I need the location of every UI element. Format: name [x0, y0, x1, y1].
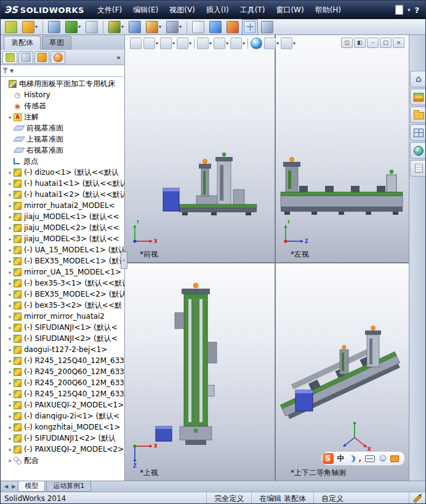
fm-tab-displaymanager[interactable] [50, 51, 65, 64]
bill-of-materials-button[interactable] [190, 19, 206, 35]
expand-arrow-icon[interactable]: ▸ [7, 192, 14, 198]
tab-scroll-left-icon[interactable]: ◀ [3, 484, 9, 489]
show-hidden-components-button[interactable] [127, 19, 143, 35]
task-pane-tab-view-palette[interactable] [410, 124, 426, 141]
menu-file[interactable]: 文件(F) [92, 1, 127, 19]
assembly-features-button[interactable]: ▾ [144, 19, 163, 35]
tab-sketch[interactable]: 草图 [42, 36, 71, 50]
expand-arrow-icon[interactable]: ▸ [7, 181, 14, 186]
ime-toolbar[interactable]: S 中 , ☺ [321, 451, 405, 466]
mate-button[interactable] [46, 19, 62, 35]
expand-arrow-icon[interactable]: ▸ [7, 402, 14, 408]
tree-item[interactable]: ▸(-) SIFUDIANJI<2> (默认< [1, 333, 124, 344]
tab-scroll-right-icon[interactable]: ▶ [10, 484, 17, 489]
tree-item[interactable]: ▸(-) BEX35_MODEL<2> (默认< [1, 289, 124, 300]
menu-insert[interactable]: 插入(I) [201, 1, 235, 19]
menu-window[interactable]: 窗口(W) [270, 1, 309, 19]
expand-arrow-icon[interactable]: ▸ [7, 458, 14, 463]
tree-item[interactable]: ▸jiaju_MODEL<2> (默认<< [1, 222, 124, 233]
viewport-split-icon[interactable]: ◫ [341, 38, 353, 48]
emoticon-icon[interactable]: ☺ [379, 455, 387, 462]
tab-model[interactable]: 模型 [18, 481, 45, 492]
tree-item[interactable]: ▸(-) dizuo<1> (默认<<默认 [1, 167, 124, 178]
menu-tools[interactable]: 工具(T) [235, 1, 271, 19]
options-dropdown-icon[interactable]: ▾ [408, 7, 411, 13]
expand-arrow-icon[interactable]: ▸ [7, 358, 14, 364]
task-pane-tab-design-library[interactable] [410, 89, 426, 105]
tree-item[interactable]: ▸(-) BEX35_MODEL<1> (默认< [1, 255, 124, 266]
task-pane-tab-appearances-scenes[interactable] [410, 142, 426, 159]
tree-item[interactable]: ▸jiaju_MODEL<1> (默认<< [1, 211, 124, 222]
menu-edit[interactable]: 编辑(E) [127, 1, 164, 19]
tree-item[interactable]: ▸(-) huatai1<2> (默认<<默认 [1, 189, 124, 200]
expand-arrow-icon[interactable]: ▸ [7, 314, 14, 319]
tree-item[interactable]: ▸配合 [1, 455, 124, 466]
tree-item[interactable]: ▸(-) SIFUDIANJI1<2> (默认 [1, 433, 124, 444]
sogou-ime-logo[interactable]: S [323, 453, 334, 464]
tree-item[interactable]: ▸(-) R245_200Q60_12M_6337O [1, 366, 124, 377]
zoom-to-area-button[interactable]: ▾ [143, 37, 159, 50]
expand-arrow-icon[interactable]: ▸ [7, 347, 14, 353]
task-pane-tab-custom-properties[interactable] [410, 160, 426, 177]
expand-arrow-icon[interactable]: ▸ [7, 336, 14, 342]
close-icon[interactable]: × [393, 38, 404, 48]
previous-view-button[interactable]: ▾ [159, 37, 175, 50]
tree-item[interactable]: ◷History [1, 89, 124, 100]
zoom-to-fit-button[interactable] [129, 37, 142, 50]
expand-arrow-icon[interactable]: ▸ [7, 203, 14, 209]
smart-fasteners-button[interactable] [84, 19, 100, 35]
toolbox-icon[interactable] [390, 455, 399, 462]
punctuation-icon[interactable]: , [359, 455, 362, 462]
edit-appearance-button[interactable] [250, 37, 263, 50]
fm-overflow-button[interactable]: » [116, 54, 124, 62]
moon-icon[interactable] [348, 455, 355, 462]
tree-item[interactable]: ▸mirror_UA_15_MODEL<1> [1, 266, 124, 278]
section-view-button[interactable]: ▾ [176, 37, 192, 50]
expand-arrow-icon[interactable]: ▸ [7, 303, 14, 308]
tree-item[interactable]: ▸mirror_huatai2_MODEL< [1, 200, 124, 211]
fm-tab-configurationmanager[interactable] [34, 51, 49, 64]
tree-item[interactable]: ▸(-) bex35-3<2> (默认<<默 [1, 300, 124, 311]
view-settings-button[interactable]: ▾ [280, 37, 296, 50]
filter-dropdown-icon[interactable]: ▼ [10, 68, 14, 74]
tree-item[interactable]: ▸(-) R245_125Q40_12M_6337O [1, 388, 124, 399]
expand-arrow-icon[interactable]: ▸ [7, 436, 14, 441]
expand-arrow-icon[interactable]: ▸ [7, 214, 14, 220]
hide-show-items-button[interactable]: ▾ [230, 37, 246, 50]
expand-arrow-icon[interactable]: ▸ [7, 270, 14, 275]
tree-item[interactable]: ▸(-) R245_200Q60_12M_6337O [1, 377, 124, 388]
tree-item[interactable]: 上视基准面 [1, 134, 124, 145]
tree-item[interactable]: ▸mirror_mirror_huatai2 [1, 311, 124, 322]
tree-item[interactable]: ▸(-) UA_15_MODEL<1> (默认< [1, 244, 124, 255]
new-document-icon[interactable] [395, 5, 403, 15]
expand-arrow-icon[interactable]: ▸ [7, 380, 14, 386]
tree-item[interactable]: ▸daogui-t127-2-bej<1> [1, 344, 124, 355]
expand-arrow-icon[interactable]: ▸ [7, 225, 14, 231]
panel-collapse-button[interactable]: « [121, 252, 127, 269]
viewport-left[interactable]: YZ *左视 [276, 35, 409, 262]
viewport-top[interactable]: XZ *上视 [125, 263, 275, 481]
tree-item[interactable]: ▸(-) PAIXUEQI-2_MODEL<2> [1, 444, 124, 455]
keyboard-icon[interactable] [365, 455, 375, 462]
menu-view[interactable]: 视图(V) [164, 1, 201, 19]
tree-item[interactable]: 原点 [1, 156, 124, 167]
expand-arrow-icon[interactable]: ▸ [7, 391, 14, 397]
expand-arrow-icon[interactable]: ▸ [7, 236, 14, 242]
tree-item[interactable]: ▸(-) R245_125Q40_12M_6337O [1, 355, 124, 366]
reference-geometry-button[interactable]: ▾ [164, 19, 183, 35]
ime-language-mode[interactable]: 中 [337, 454, 345, 464]
viewport-layout-icon[interactable]: ◧ [354, 38, 366, 48]
viewport-front[interactable]: YX *前视 [125, 35, 275, 262]
expand-arrow-icon[interactable]: ▸ [7, 258, 14, 264]
exploded-view-button[interactable] [207, 19, 223, 35]
move-component-button[interactable]: ▾ [107, 19, 126, 35]
four-view-button[interactable] [242, 19, 258, 35]
tree-item[interactable]: ▸A注解 [1, 111, 124, 122]
task-pane-tab-file-explorer[interactable] [410, 106, 426, 123]
expand-arrow-icon[interactable]: ▸ [7, 414, 14, 419]
tree-item[interactable]: 电梯用面板平面加工专用机床 [1, 78, 124, 89]
menu-help[interactable]: 帮助(H) [310, 1, 347, 19]
tree-item[interactable]: ◉传感器 [1, 100, 124, 111]
expand-arrow-icon[interactable]: ▸ [7, 170, 14, 175]
help-icon[interactable]: ? [414, 6, 419, 15]
